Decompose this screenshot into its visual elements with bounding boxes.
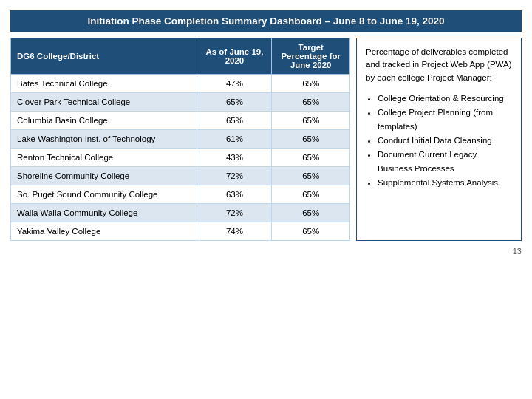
info-bullet-item: Document Current Legacy Business Process… [378, 148, 512, 176]
cell-college: So. Puget Sound Community College [11, 185, 197, 204]
cell-target: 65% [272, 112, 350, 130]
cell-asof: 72% [197, 204, 272, 222]
info-bullet-item: Conduct Initial Data Cleansing [378, 134, 512, 148]
cell-target: 65% [272, 93, 350, 112]
page-number: 13 [10, 247, 522, 256]
info-bullet-item: College Project Planning (from templates… [378, 106, 512, 134]
cell-asof: 63% [197, 185, 272, 204]
cell-asof: 47% [197, 75, 272, 93]
table-section: DG6 College/District As of June 19, 2020… [10, 38, 350, 241]
cell-college: Yakima Valley College [11, 222, 197, 241]
cell-college: Shoreline Community College [11, 167, 197, 185]
cell-college: Lake Washington Inst. of Technology [11, 130, 197, 149]
cell-asof: 72% [197, 167, 272, 185]
cell-target: 65% [272, 75, 350, 93]
col-header-target: Target Percentage for June 2020 [272, 38, 350, 75]
cell-asof: 43% [197, 149, 272, 167]
table-row: Shoreline Community College72%65% [11, 167, 350, 185]
table-row: Yakima Valley College74%65% [11, 222, 350, 241]
cell-asof: 65% [197, 93, 272, 112]
cell-target: 65% [272, 204, 350, 222]
cell-college: Clover Park Technical College [11, 93, 197, 112]
table-row: Columbia Basin College65%65% [11, 112, 350, 130]
cell-asof: 65% [197, 112, 272, 130]
table-row: Clover Park Technical College65%65% [11, 93, 350, 112]
table-row: Lake Washington Inst. of Technology61%65… [11, 130, 350, 149]
table-row: Walla Walla Community College72%65% [11, 204, 350, 222]
info-bullet-item: Supplemental Systems Analysis [378, 176, 512, 190]
content-area: DG6 College/District As of June 19, 2020… [10, 38, 522, 241]
info-section: Percentage of deliverables completed and… [356, 38, 522, 241]
cell-target: 65% [272, 149, 350, 167]
info-bullet-item: College Orientation & Resourcing [378, 92, 512, 106]
header-title: Initiation Phase Completion Summary Dash… [87, 16, 444, 27]
cell-college: Bates Technical College [11, 75, 197, 93]
header-bar: Initiation Phase Completion Summary Dash… [10, 10, 522, 32]
info-intro-text: Percentage of deliverables completed and… [366, 47, 512, 82]
table-row: Bates Technical College47%65% [11, 75, 350, 93]
cell-target: 65% [272, 185, 350, 204]
cell-target: 65% [272, 167, 350, 185]
cell-asof: 61% [197, 130, 272, 149]
cell-college: Renton Technical College [11, 149, 197, 167]
cell-target: 65% [272, 222, 350, 241]
cell-target: 65% [272, 130, 350, 149]
cell-asof: 74% [197, 222, 272, 241]
cell-college: Walla Walla Community College [11, 204, 197, 222]
completion-table: DG6 College/District As of June 19, 2020… [10, 38, 350, 241]
info-bullets: College Orientation & ResourcingCollege … [366, 92, 512, 190]
table-row: So. Puget Sound Community College63%65% [11, 185, 350, 204]
col-header-college: DG6 College/District [11, 38, 197, 75]
table-row: Renton Technical College43%65% [11, 149, 350, 167]
col-header-asof: As of June 19, 2020 [197, 38, 272, 75]
cell-college: Columbia Basin College [11, 112, 197, 130]
page-wrapper: Initiation Phase Completion Summary Dash… [0, 0, 532, 399]
info-intro: Percentage of deliverables completed and… [366, 46, 512, 84]
